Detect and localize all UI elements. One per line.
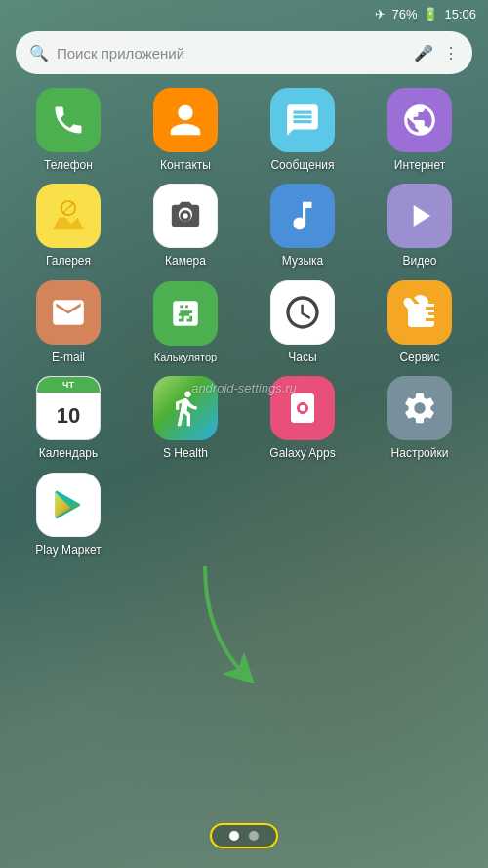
clock-icon (270, 280, 335, 345)
app-row-2: Галерея Камера Музыка (10, 180, 478, 271)
app-service[interactable]: Сервис (371, 280, 468, 364)
app-gallery[interactable]: Галерея (20, 184, 117, 268)
menu-icon[interactable]: ⋮ (443, 44, 459, 62)
service-label: Сервис (399, 351, 439, 364)
contacts-icon (153, 88, 218, 152)
internet-label: Интернет (394, 158, 445, 172)
messages-label: Сообщения (270, 158, 334, 172)
contacts-label: Контакты (160, 158, 211, 172)
app-music[interactable]: Музыка (254, 184, 351, 268)
video-label: Видео (402, 254, 436, 268)
galaxy-apps-label: Galaxy Apps (269, 446, 335, 460)
shealth-label: S Health (163, 446, 208, 460)
internet-icon (387, 88, 452, 152)
calculator-label: Калькулятор (154, 351, 217, 364)
shealth-icon (153, 376, 218, 440)
app-row-5: Play Маркет (10, 469, 478, 560)
galaxy-apps-icon (270, 376, 335, 440)
mic-icon[interactable]: 🎤 (414, 44, 433, 62)
clock-label: Часы (288, 351, 316, 364)
app-camera[interactable]: Камера (137, 184, 234, 268)
app-contacts[interactable]: Контакты (137, 88, 234, 172)
calculator-icon (153, 281, 218, 346)
play-market-label: Play Маркет (35, 543, 101, 557)
search-icon: 🔍 (29, 44, 49, 62)
page-dots-container (0, 809, 488, 868)
battery-percentage: 76% (391, 7, 417, 21)
camera-label: Камера (165, 254, 206, 268)
app-row-1: Телефон Контакты Сообщения (10, 84, 478, 176)
search-bar[interactable]: 🔍 Поиск приложений 🎤 ⋮ (16, 31, 472, 74)
app-messages[interactable]: Сообщения (254, 88, 351, 172)
app-phone[interactable]: Телефон (20, 88, 117, 172)
gallery-icon (36, 184, 101, 248)
app-grid: Телефон Контакты Сообщения (0, 84, 488, 809)
svg-point-0 (300, 405, 305, 411)
app-calculator[interactable]: Калькулятор (137, 281, 234, 364)
page-dots[interactable] (210, 823, 278, 848)
airplane-icon: ✈ (375, 7, 386, 21)
app-row-4: ЧТ 10 Календарь S Health (10, 372, 478, 464)
settings-icon (387, 376, 452, 440)
calendar-label: Календарь (39, 446, 99, 460)
app-calendar[interactable]: ЧТ 10 Календарь (20, 376, 117, 460)
home-screen: ✈ 76% 🔋 15:06 🔍 Поиск приложений 🎤 ⋮ Тел… (0, 0, 488, 868)
status-bar: ✈ 76% 🔋 15:06 (0, 0, 488, 27)
service-icon (387, 280, 452, 345)
calendar-icon: ЧТ 10 (36, 376, 101, 440)
app-email[interactable]: E-mail (20, 280, 117, 364)
dot-1[interactable] (229, 831, 239, 841)
email-label: E-mail (52, 351, 85, 364)
app-row-3: E-mail Калькулятор Часы (10, 276, 478, 368)
app-galaxy-apps[interactable]: Galaxy Apps (254, 376, 351, 460)
phone-icon (36, 88, 101, 152)
app-clock[interactable]: Часы (254, 280, 351, 364)
battery-icon: 🔋 (423, 7, 438, 21)
music-icon (270, 184, 335, 248)
app-video[interactable]: Видео (371, 184, 468, 268)
music-label: Музыка (282, 254, 323, 268)
time-display: 15:06 (444, 7, 476, 21)
phone-label: Телефон (44, 158, 93, 172)
email-icon (36, 280, 101, 345)
app-internet[interactable]: Интернет (371, 88, 468, 172)
messages-icon (270, 88, 335, 152)
settings-label: Настройки (391, 446, 449, 460)
app-play-market[interactable]: Play Маркет (20, 473, 117, 557)
camera-icon (153, 184, 218, 248)
app-shealth[interactable]: S Health (137, 376, 234, 460)
video-icon (387, 184, 452, 248)
play-market-icon (36, 473, 101, 537)
app-settings[interactable]: Настройки (371, 376, 468, 460)
search-placeholder: Поиск приложений (57, 45, 406, 62)
gallery-label: Галерея (46, 254, 91, 268)
dot-2[interactable] (249, 831, 259, 841)
